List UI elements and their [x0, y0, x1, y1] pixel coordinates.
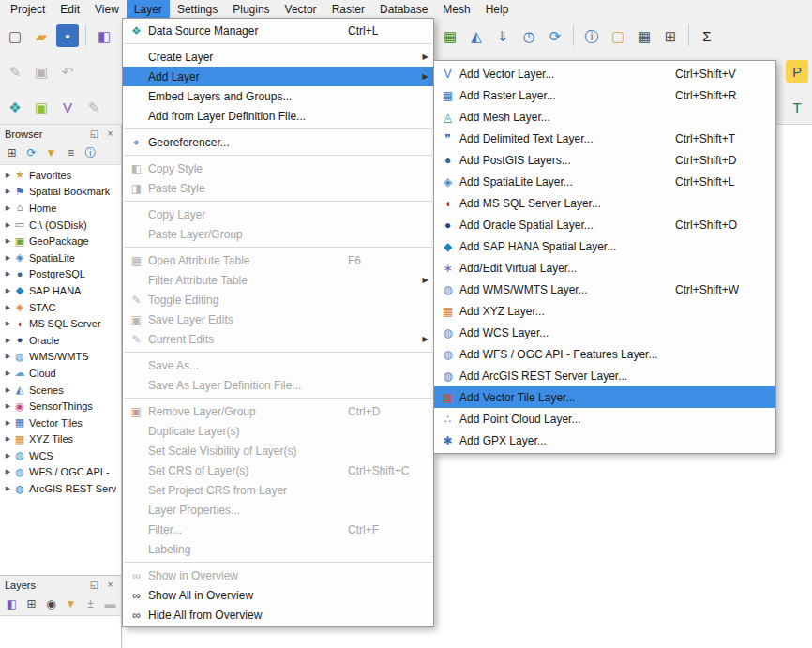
- browser-item-favorites[interactable]: ▶★Favorites: [0, 167, 121, 184]
- browser-item-stac[interactable]: ▶◈STAC: [0, 299, 121, 316]
- new-shapefile-layer-icon[interactable]: V: [56, 96, 79, 118]
- close-icon[interactable]: ×: [104, 579, 116, 591]
- add-group-icon[interactable]: ⊞: [23, 595, 40, 612]
- new-map-view-icon[interactable]: ▦: [439, 24, 461, 47]
- expand-arrow-icon[interactable]: ▶: [3, 204, 13, 212]
- browser-item-home[interactable]: ▶⌂Home: [0, 200, 121, 217]
- menu-item-add-point-cloud-layer[interactable]: ∴Add Point Cloud Layer...: [434, 408, 775, 429]
- browser-item-scenes[interactable]: ▶◭Scenes: [0, 382, 121, 399]
- close-icon[interactable]: ×: [104, 128, 116, 140]
- undock-icon[interactable]: ◱: [88, 579, 100, 591]
- menubar-item-edit[interactable]: Edit: [53, 0, 87, 18]
- menu-item-add-wms-wmts-layer[interactable]: ◍Add WMS/WMTS Layer...Ctrl+Shift+W: [434, 279, 775, 300]
- menu-item-add-delimited-text-layer[interactable]: ❞Add Delimited Text Layer...Ctrl+Shift+T: [434, 128, 775, 149]
- expand-arrow-icon[interactable]: ▶: [3, 386, 13, 394]
- browser-item-vector-tiles[interactable]: ▶▦Vector Tiles: [0, 414, 121, 431]
- expand-arrow-icon[interactable]: ▶: [3, 452, 13, 460]
- field-calculator-icon[interactable]: ⊞: [659, 24, 682, 47]
- menubar-item-layer[interactable]: Layer: [127, 0, 170, 18]
- open-project-icon[interactable]: ▰: [30, 24, 53, 47]
- expand-arrow-icon[interactable]: ▶: [3, 320, 13, 327]
- menubar-item-view[interactable]: View: [87, 0, 127, 18]
- expand-arrow-icon[interactable]: ▶: [3, 337, 13, 344]
- expand-arrow-icon[interactable]: ▶: [3, 304, 13, 311]
- open-data-source-manager-icon[interactable]: ❖: [4, 96, 26, 118]
- new-geopackage-layer-icon[interactable]: ▣: [30, 96, 53, 118]
- menubar-item-settings[interactable]: Settings: [170, 0, 225, 18]
- python-console-icon[interactable]: P: [786, 60, 808, 83]
- browser-item-xyz-tiles[interactable]: ▶▦XYZ Tiles: [0, 431, 121, 448]
- browser-item-spatial-bookmarks[interactable]: ▶⚑Spatial Bookmark: [0, 184, 121, 201]
- menubar-item-plugins[interactable]: Plugins: [225, 0, 277, 18]
- menu-item-add-oracle-spatial-layer[interactable]: ●Add Oracle Spatial Layer...Ctrl+Shift+O: [434, 214, 775, 235]
- expand-arrow-icon[interactable]: ▶: [3, 419, 13, 427]
- menubar-item-database[interactable]: Database: [372, 0, 435, 18]
- menu-item-add-ms-sql-server-layer[interactable]: ◖Add MS SQL Server Layer...: [434, 192, 775, 214]
- browser-item-spatialite[interactable]: ▶◈SpatiaLite: [0, 249, 121, 266]
- menu-item-add-mesh-layer[interactable]: ◬Add Mesh Layer...: [434, 106, 775, 128]
- browser-item-postgresql[interactable]: ▶●PostgreSQL: [0, 266, 121, 283]
- expand-arrow-icon[interactable]: ▶: [3, 254, 13, 262]
- expand-arrow-icon[interactable]: ▶: [3, 485, 13, 492]
- open-attribute-table-icon[interactable]: ▦: [633, 24, 655, 47]
- expand-arrow-icon[interactable]: ▶: [3, 353, 13, 360]
- refresh-browser-icon[interactable]: ⟳: [23, 143, 40, 161]
- expand-arrow-icon[interactable]: ▶: [3, 287, 13, 294]
- filter-browser-icon[interactable]: ▼: [42, 143, 60, 161]
- style-manager-icon[interactable]: ◧: [93, 24, 115, 47]
- menubar-item-vector[interactable]: Vector: [278, 0, 324, 18]
- menu-item-add-xyz-layer[interactable]: ▦Add XYZ Layer...: [434, 300, 775, 322]
- browser-item-arcgis-rest-server[interactable]: ▶◍ArcGIS REST Serv: [0, 480, 121, 497]
- menu-item-add-layer[interactable]: Add Layer▶: [123, 67, 433, 86]
- menu-item-hide-all-from-overview[interactable]: ∞Hide All from Overview: [123, 605, 433, 625]
- menubar-item-project[interactable]: Project: [3, 0, 53, 18]
- open-layer-styling-icon[interactable]: ◧: [3, 595, 21, 612]
- undock-icon[interactable]: ◱: [88, 128, 100, 140]
- browser-item-oracle[interactable]: ▶●Oracle: [0, 332, 121, 349]
- expand-arrow-icon[interactable]: ▶: [3, 402, 13, 410]
- select-features-icon[interactable]: ▢: [607, 24, 629, 47]
- menu-item-show-all-in-overview[interactable]: ∞Show All in Overview: [123, 585, 433, 605]
- browser-item-wms-wmts[interactable]: ▶◍WMS/WMTS: [0, 349, 121, 366]
- expand-arrow-icon[interactable]: ▶: [3, 237, 13, 245]
- new-project-icon[interactable]: ▢: [4, 24, 26, 47]
- add-selected-layer-icon[interactable]: ⊞: [3, 143, 21, 161]
- menu-item-add-spatialite-layer[interactable]: ◈Add SpatiaLite Layer...Ctrl+Shift+L: [434, 171, 775, 192]
- menu-item-add-gpx-layer[interactable]: ✱Add GPX Layer...: [434, 429, 775, 451]
- expand-arrow-icon[interactable]: ▶: [3, 188, 13, 195]
- expand-arrow-icon[interactable]: ▶: [3, 468, 13, 475]
- expand-arrow-icon[interactable]: ▶: [3, 369, 13, 377]
- menu-item-add-wfs-ogc-api-features-layer[interactable]: ◍Add WFS / OGC API - Features Layer...: [434, 343, 775, 365]
- menu-item-add-from-layer-definition-file[interactable]: Add from Layer Definition File...: [123, 106, 433, 126]
- menu-item-add-postgis-layers[interactable]: ●Add PostGIS Layers...Ctrl+Shift+D: [434, 149, 775, 171]
- temporal-controller-icon[interactable]: ◷: [518, 24, 540, 47]
- menu-item-embed-layers-and-groups[interactable]: Embed Layers and Groups...: [123, 86, 433, 106]
- browser-item-c-drive[interactable]: ▶▭C:\ (OSDisk): [0, 217, 121, 234]
- browser-item-wfs-ogc-api[interactable]: ▶◍WFS / OGC API -: [0, 464, 121, 481]
- menu-item-add-vector-layer[interactable]: VAdd Vector Layer...Ctrl+Shift+V: [434, 63, 775, 84]
- expand-arrow-icon[interactable]: ▶: [3, 435, 13, 443]
- browser-item-wcs[interactable]: ▶◍WCS: [0, 447, 121, 464]
- identify-features-icon[interactable]: ⓘ: [580, 24, 603, 47]
- menu-item-add-wcs-layer[interactable]: ◍Add WCS Layer...: [434, 322, 775, 343]
- browser-item-geopackage[interactable]: ▶▣GeoPackage: [0, 233, 121, 249]
- menubar-item-help[interactable]: Help: [478, 0, 517, 18]
- menubar-item-raster[interactable]: Raster: [324, 0, 372, 18]
- create-annotation-layer-icon[interactable]: T: [786, 96, 808, 118]
- menu-item-add-vector-tile-layer[interactable]: ▦Add Vector Tile Layer...: [434, 386, 775, 408]
- refresh-map-icon[interactable]: ⟳: [544, 24, 566, 47]
- menu-item-add-arcgis-rest-server-layer[interactable]: ◍Add ArcGIS REST Server Layer...: [434, 365, 775, 386]
- menu-item-georeferencer[interactable]: ⌖Georeferencer...: [123, 132, 433, 152]
- expand-arrow-icon[interactable]: ▶: [3, 221, 13, 229]
- expand-arrow-icon[interactable]: ▶: [3, 172, 13, 179]
- menu-item-data-source-manager[interactable]: ❖Data Source ManagerCtrl+L: [123, 21, 433, 40]
- browser-item-sensorthings[interactable]: ▶◉SensorThings: [0, 398, 121, 414]
- browser-item-ms-sql-server[interactable]: ▶◖MS SQL Server: [0, 315, 121, 332]
- properties-widget-icon[interactable]: ⓘ: [82, 143, 99, 161]
- filter-legend-icon[interactable]: ▼: [62, 595, 80, 612]
- download-data-icon[interactable]: ⇓: [491, 24, 514, 47]
- expand-arrow-icon[interactable]: ▶: [3, 270, 13, 278]
- statistical-summary-icon[interactable]: Σ: [696, 24, 718, 47]
- save-project-icon[interactable]: ▪: [56, 24, 79, 47]
- manage-map-themes-icon[interactable]: ◉: [42, 595, 60, 612]
